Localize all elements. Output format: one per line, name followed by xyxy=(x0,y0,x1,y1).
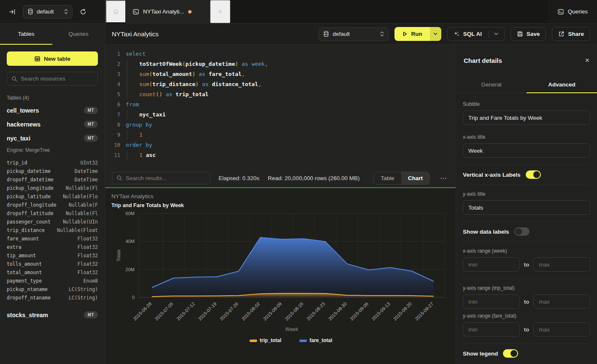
sql-editor[interactable]: 1234567891011 selecttoStartOfWeek(pickup… xyxy=(105,45,456,169)
results-chart[interactable]: NYTaxi AnalyticsTrip and Fare Totals by … xyxy=(105,188,456,364)
run-button[interactable]: Run xyxy=(394,27,430,41)
yaxis-range-fare-max-input[interactable] xyxy=(533,322,590,337)
view-toggle-table[interactable]: Table xyxy=(374,172,401,184)
chart-details-panel: Chart details × General Advanced Subtitl… xyxy=(456,45,597,364)
database-icon xyxy=(323,31,329,37)
panel-tabs: General Advanced xyxy=(456,76,597,93)
chart-text: 2015-07-19 xyxy=(197,301,217,321)
xaxis-title-input[interactable] xyxy=(463,143,590,158)
line-number: 1 xyxy=(105,49,120,59)
xaxis-range-min-input[interactable] xyxy=(463,257,520,272)
queries-button[interactable]: Queries xyxy=(557,8,588,15)
sidebar-tab-tables[interactable]: Tables xyxy=(0,24,52,44)
vertical-xaxis-labels-toggle[interactable] xyxy=(526,170,541,179)
sql-console-app: default NYTaxi Analyti.. xyxy=(0,0,597,364)
chevron-down-icon xyxy=(433,32,438,35)
column-row: dropoff_latitudeNullable(Fl xyxy=(7,209,98,218)
chart-text: 40M xyxy=(126,239,135,244)
run-options-button[interactable] xyxy=(430,27,441,41)
toggle-knob xyxy=(533,171,540,178)
chart-text: 2015-07-05 xyxy=(154,301,174,321)
collapse-sidebar-icon xyxy=(9,8,16,15)
query-header: NYTaxi Analytics default xyxy=(105,24,597,45)
chart-text: 2015-06-28 xyxy=(132,301,152,321)
table-engine: Engine: MergeTree xyxy=(7,145,98,155)
play-icon xyxy=(402,31,408,37)
xaxis-range-row: to xyxy=(463,257,590,272)
refresh-button[interactable] xyxy=(77,5,89,18)
column-row: pickup_longitudeNullable(Fl xyxy=(7,184,98,192)
tab-general[interactable]: General xyxy=(456,76,527,93)
new-table-button[interactable]: New table xyxy=(7,51,98,66)
chart-text: 2015-07-12 xyxy=(176,301,196,321)
legend-swatch-fare_total xyxy=(300,340,307,342)
column-row: total_amountFloat32 xyxy=(7,268,98,277)
view-toggle-chart[interactable]: Chart xyxy=(401,172,430,184)
column-row: extraFloat32 xyxy=(7,243,98,251)
subtitle-input[interactable] xyxy=(463,111,590,125)
xaxis-range-max-input[interactable] xyxy=(533,257,590,272)
table-row[interactable]: cell_towersMT xyxy=(7,103,98,117)
chart-text: 20M xyxy=(126,267,135,272)
column-type: Enum8 xyxy=(83,278,98,284)
chart-text: Totals xyxy=(116,249,121,262)
xaxis-title-label: x-axis title xyxy=(463,134,590,140)
share-icon xyxy=(558,31,565,37)
resource-search-input[interactable] xyxy=(21,75,93,82)
column-row: fare_amountFloat32 xyxy=(7,235,98,243)
results-search-input[interactable] xyxy=(126,175,205,181)
chart-text: NYTaxi Analytics xyxy=(111,193,154,200)
yaxis-range-fare-min-input[interactable] xyxy=(463,322,520,337)
run-button-group: Run xyxy=(394,27,441,41)
chart-text: trip_total xyxy=(260,337,281,343)
sparkle-icon xyxy=(454,31,460,37)
close-panel-button[interactable]: × xyxy=(585,57,589,64)
chart-text: 2015-09-06 xyxy=(349,301,369,321)
home-tab-button[interactable] xyxy=(105,0,126,23)
chart-canvas: NYTaxi AnalyticsTrip and Fare Totals by … xyxy=(105,188,455,363)
query-tab[interactable]: NYTaxi Analyti... xyxy=(126,0,210,23)
new-tab-button[interactable]: + xyxy=(210,0,230,23)
yaxis-title-input[interactable] xyxy=(463,200,590,215)
topbar-database-selector[interactable]: default xyxy=(23,5,73,19)
show-data-labels-toggle[interactable] xyxy=(514,227,529,236)
run-button-label: Run xyxy=(411,31,422,37)
yaxis-range-trip-row: to xyxy=(463,294,590,309)
sidebar-tab-queries[interactable]: Queries xyxy=(52,24,105,44)
table-row[interactable]: nyc_taxiMT xyxy=(7,131,98,145)
column-type: Nullable(UIn xyxy=(63,219,98,225)
share-button[interactable]: Share xyxy=(552,27,590,41)
terminal-icon xyxy=(132,8,139,15)
code-line: 1 xyxy=(126,130,456,140)
column-type: Float32 xyxy=(78,270,98,275)
to-label: to xyxy=(524,326,529,333)
column-type: LC(String) xyxy=(69,286,98,292)
save-button[interactable]: Save xyxy=(511,27,546,41)
column-type: UInt32 xyxy=(80,160,98,166)
code-line: sum(total_amount) as fare_total, xyxy=(126,69,456,79)
yaxis-range-trip-min-input[interactable] xyxy=(463,294,520,309)
yaxis-range-trip-max-input[interactable] xyxy=(533,294,590,309)
sql-ai-button[interactable]: SQL AI xyxy=(447,27,505,41)
chart-text: 2015-09-20 xyxy=(392,301,413,321)
toggle-knob xyxy=(511,350,517,357)
column-row: tolls_amountFloat32 xyxy=(7,260,98,268)
column-type: Nullable(Fl xyxy=(66,210,98,216)
chart-text: Week xyxy=(285,326,298,332)
table-row[interactable]: stocks_streamMT xyxy=(7,308,98,322)
more-options-button[interactable]: ⋯ xyxy=(438,174,449,182)
topbar-right: Queries xyxy=(548,0,597,23)
yaxis-title-label: y-axis title xyxy=(463,191,590,197)
queries-button-label: Queries xyxy=(568,8,588,15)
query-database-selector[interactable]: default xyxy=(319,27,389,41)
table-row[interactable]: hackernewsMT xyxy=(7,117,98,131)
column-name: passenger_count xyxy=(7,219,51,225)
show-legend-toggle[interactable] xyxy=(503,349,518,358)
sql-code: selecttoStartOfWeek(pickup_datetime) as … xyxy=(120,49,456,169)
tab-advanced[interactable]: Advanced xyxy=(527,76,597,93)
engine-badge: MT xyxy=(84,311,98,318)
collapse-sidebar-button[interactable] xyxy=(6,5,19,18)
column-row: dropoff_ntanameLC(String) xyxy=(7,294,98,302)
table-name: hackernews xyxy=(7,121,41,128)
sidebar: Tables Queries New table Tables (4) cell… xyxy=(0,24,105,364)
